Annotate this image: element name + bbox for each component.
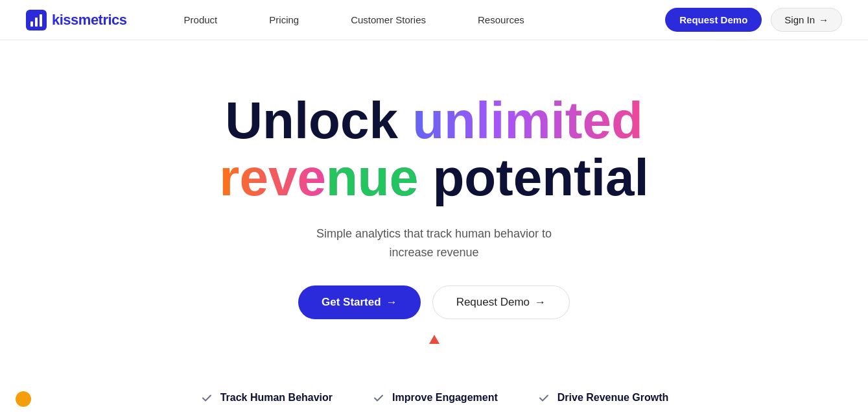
hero-subtitle: Simple analytics that track human behavi…	[316, 224, 552, 262]
logo-icon	[26, 10, 47, 30]
nav-left: kissmetrics Product Pricing Customer Sto…	[26, 10, 550, 30]
logo-text: kissmetrics	[52, 12, 127, 29]
nav-right: Request Demo Sign In →	[665, 8, 842, 32]
nav-link-product[interactable]: Product	[158, 14, 244, 25]
triangle-icon	[429, 335, 440, 344]
logo[interactable]: kissmetrics	[26, 10, 127, 30]
heading-word-revenue: revenue	[219, 149, 418, 206]
sign-in-button[interactable]: Sign In →	[771, 8, 842, 32]
heading-word-potential: potential	[432, 149, 648, 206]
heading-word-unlock: Unlock	[225, 91, 398, 149]
get-started-button[interactable]: Get Started →	[298, 285, 421, 319]
svg-rect-3	[40, 14, 42, 27]
decorative-circle	[16, 391, 31, 407]
check-icon-revenue	[537, 391, 551, 405]
hero-indicator	[429, 335, 440, 346]
nav-links: Product Pricing Customer Stories Resourc…	[158, 14, 550, 25]
svg-rect-1	[30, 21, 33, 27]
request-demo-arrow-icon: →	[535, 296, 546, 309]
feature-label-revenue: Drive Revenue Growth	[557, 392, 669, 404]
nav-link-customer-stories[interactable]: Customer Stories	[325, 14, 452, 25]
hero-section: Unlock unlimited revenue potential Simpl…	[0, 40, 868, 384]
feature-label-engage: Improve Engagement	[392, 392, 498, 404]
feature-label-track: Track Human Behavior	[220, 392, 333, 404]
feature-item-engage: Improve Engagement	[371, 391, 498, 405]
hero-request-demo-button[interactable]: Request Demo →	[432, 285, 570, 319]
svg-rect-2	[35, 18, 38, 27]
sign-in-arrow-icon: →	[819, 14, 828, 25]
check-icon-track	[200, 391, 214, 405]
hero-heading: Unlock unlimited revenue potential	[219, 92, 648, 206]
main-nav: kissmetrics Product Pricing Customer Sto…	[0, 0, 868, 40]
hero-buttons: Get Started → Request Demo →	[298, 285, 570, 319]
check-icon-engage	[371, 391, 386, 405]
nav-link-resources[interactable]: Resources	[452, 14, 550, 25]
nav-request-demo-button[interactable]: Request Demo	[665, 8, 762, 32]
feature-item-track: Track Human Behavior	[200, 391, 333, 405]
nav-link-pricing[interactable]: Pricing	[243, 14, 325, 25]
heading-word-unlimited: unlimited	[412, 91, 643, 149]
get-started-arrow-icon: →	[386, 296, 397, 309]
features-bar: Track Human Behavior Improve Engagement …	[0, 384, 868, 412]
feature-item-revenue: Drive Revenue Growth	[537, 391, 669, 405]
